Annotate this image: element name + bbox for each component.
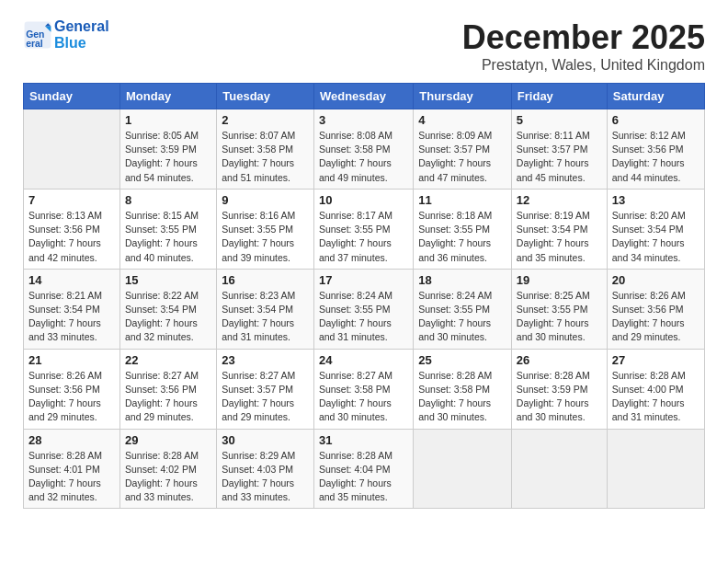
calendar-cell: 15Sunrise: 8:22 AM Sunset: 3:54 PM Dayli… bbox=[120, 269, 217, 349]
calendar-cell: 19Sunrise: 8:25 AM Sunset: 3:55 PM Dayli… bbox=[511, 269, 607, 349]
day-info: Sunrise: 8:11 AM Sunset: 3:57 PM Dayligh… bbox=[517, 129, 602, 185]
day-info: Sunrise: 8:24 AM Sunset: 3:55 PM Dayligh… bbox=[319, 289, 408, 345]
day-info: Sunrise: 8:28 AM Sunset: 4:04 PM Dayligh… bbox=[319, 449, 408, 505]
calendar-cell: 21Sunrise: 8:26 AM Sunset: 3:56 PM Dayli… bbox=[24, 349, 120, 429]
calendar-week-row: 1Sunrise: 8:05 AM Sunset: 3:59 PM Daylig… bbox=[24, 109, 705, 190]
day-info: Sunrise: 8:24 AM Sunset: 3:55 PM Dayligh… bbox=[418, 289, 506, 345]
calendar-week-row: 28Sunrise: 8:28 AM Sunset: 4:01 PM Dayli… bbox=[24, 429, 705, 509]
day-of-week-header: Saturday bbox=[607, 84, 704, 109]
day-info: Sunrise: 8:16 AM Sunset: 3:55 PM Dayligh… bbox=[222, 209, 309, 265]
calendar-cell bbox=[511, 429, 607, 509]
calendar-body: 1Sunrise: 8:05 AM Sunset: 3:59 PM Daylig… bbox=[24, 109, 705, 509]
logo-line2: Blue bbox=[54, 35, 109, 52]
calendar-cell: 2Sunrise: 8:07 AM Sunset: 3:58 PM Daylig… bbox=[217, 109, 314, 190]
calendar-cell bbox=[607, 429, 704, 509]
day-number: 6 bbox=[612, 113, 700, 127]
day-info: Sunrise: 8:13 AM Sunset: 3:56 PM Dayligh… bbox=[28, 209, 115, 265]
day-number: 29 bbox=[125, 433, 211, 447]
day-number: 15 bbox=[125, 273, 211, 287]
calendar-cell: 18Sunrise: 8:24 AM Sunset: 3:55 PM Dayli… bbox=[414, 269, 512, 349]
day-info: Sunrise: 8:21 AM Sunset: 3:54 PM Dayligh… bbox=[28, 289, 115, 345]
calendar-table: SundayMondayTuesdayWednesdayThursdayFrid… bbox=[23, 83, 705, 509]
logo: Gen eral General Blue bbox=[23, 18, 109, 51]
calendar-cell: 24Sunrise: 8:27 AM Sunset: 3:58 PM Dayli… bbox=[313, 349, 413, 429]
day-info: Sunrise: 8:26 AM Sunset: 3:56 PM Dayligh… bbox=[28, 369, 115, 425]
day-info: Sunrise: 8:22 AM Sunset: 3:54 PM Dayligh… bbox=[125, 289, 211, 345]
day-info: Sunrise: 8:09 AM Sunset: 3:57 PM Dayligh… bbox=[418, 129, 506, 185]
calendar-cell: 6Sunrise: 8:12 AM Sunset: 3:56 PM Daylig… bbox=[607, 109, 704, 190]
calendar-cell: 16Sunrise: 8:23 AM Sunset: 3:54 PM Dayli… bbox=[217, 269, 314, 349]
day-info: Sunrise: 8:18 AM Sunset: 3:55 PM Dayligh… bbox=[418, 209, 506, 265]
day-number: 3 bbox=[319, 113, 408, 127]
day-info: Sunrise: 8:28 AM Sunset: 3:59 PM Dayligh… bbox=[517, 369, 602, 425]
day-info: Sunrise: 8:25 AM Sunset: 3:55 PM Dayligh… bbox=[517, 289, 602, 345]
calendar-cell: 23Sunrise: 8:27 AM Sunset: 3:57 PM Dayli… bbox=[217, 349, 314, 429]
calendar-cell: 25Sunrise: 8:28 AM Sunset: 3:58 PM Dayli… bbox=[414, 349, 512, 429]
day-info: Sunrise: 8:27 AM Sunset: 3:58 PM Dayligh… bbox=[319, 369, 408, 425]
day-number: 30 bbox=[222, 433, 309, 447]
calendar-cell: 27Sunrise: 8:28 AM Sunset: 4:00 PM Dayli… bbox=[607, 349, 704, 429]
day-number: 22 bbox=[125, 353, 211, 367]
calendar-cell: 10Sunrise: 8:17 AM Sunset: 3:55 PM Dayli… bbox=[313, 189, 413, 269]
page-header: Gen eral General Blue December 2025 Pres… bbox=[23, 18, 705, 74]
day-number: 31 bbox=[319, 433, 408, 447]
calendar-cell: 12Sunrise: 8:19 AM Sunset: 3:54 PM Dayli… bbox=[511, 189, 607, 269]
day-of-week-header: Monday bbox=[120, 84, 217, 109]
calendar-cell: 14Sunrise: 8:21 AM Sunset: 3:54 PM Dayli… bbox=[24, 269, 120, 349]
day-number: 26 bbox=[517, 353, 602, 367]
calendar-cell: 30Sunrise: 8:29 AM Sunset: 4:03 PM Dayli… bbox=[217, 429, 314, 509]
day-number: 1 bbox=[125, 113, 211, 127]
calendar-cell: 20Sunrise: 8:26 AM Sunset: 3:56 PM Dayli… bbox=[607, 269, 704, 349]
day-number: 28 bbox=[28, 433, 115, 447]
calendar-cell: 28Sunrise: 8:28 AM Sunset: 4:01 PM Dayli… bbox=[24, 429, 120, 509]
day-info: Sunrise: 8:26 AM Sunset: 3:56 PM Dayligh… bbox=[612, 289, 700, 345]
day-number: 20 bbox=[612, 273, 700, 287]
day-info: Sunrise: 8:28 AM Sunset: 3:58 PM Dayligh… bbox=[418, 369, 506, 425]
calendar-cell: 1Sunrise: 8:05 AM Sunset: 3:59 PM Daylig… bbox=[120, 109, 217, 190]
calendar-cell: 13Sunrise: 8:20 AM Sunset: 3:54 PM Dayli… bbox=[607, 189, 704, 269]
calendar-cell: 9Sunrise: 8:16 AM Sunset: 3:55 PM Daylig… bbox=[217, 189, 314, 269]
day-info: Sunrise: 8:27 AM Sunset: 3:57 PM Dayligh… bbox=[222, 369, 309, 425]
day-info: Sunrise: 8:28 AM Sunset: 4:02 PM Dayligh… bbox=[125, 449, 211, 505]
day-number: 13 bbox=[612, 193, 700, 207]
day-number: 9 bbox=[222, 193, 309, 207]
day-number: 4 bbox=[418, 113, 506, 127]
calendar-week-row: 14Sunrise: 8:21 AM Sunset: 3:54 PM Dayli… bbox=[24, 269, 705, 349]
day-of-week-header: Tuesday bbox=[217, 84, 314, 109]
day-number: 7 bbox=[28, 193, 115, 207]
day-info: Sunrise: 8:19 AM Sunset: 3:54 PM Dayligh… bbox=[517, 209, 602, 265]
logo-icon: Gen eral bbox=[23, 20, 52, 50]
calendar-header-row: SundayMondayTuesdayWednesdayThursdayFrid… bbox=[24, 84, 705, 109]
day-info: Sunrise: 8:08 AM Sunset: 3:58 PM Dayligh… bbox=[319, 129, 408, 185]
day-info: Sunrise: 8:20 AM Sunset: 3:54 PM Dayligh… bbox=[612, 209, 700, 265]
day-info: Sunrise: 8:07 AM Sunset: 3:58 PM Dayligh… bbox=[222, 129, 309, 185]
day-info: Sunrise: 8:29 AM Sunset: 4:03 PM Dayligh… bbox=[222, 449, 309, 505]
day-number: 25 bbox=[418, 353, 506, 367]
day-info: Sunrise: 8:23 AM Sunset: 3:54 PM Dayligh… bbox=[222, 289, 309, 345]
calendar-cell bbox=[414, 429, 512, 509]
day-number: 27 bbox=[612, 353, 700, 367]
title-area: December 2025 Prestatyn, Wales, United K… bbox=[462, 18, 705, 74]
day-number: 5 bbox=[517, 113, 602, 127]
calendar-cell bbox=[24, 109, 120, 190]
calendar-cell: 8Sunrise: 8:15 AM Sunset: 3:55 PM Daylig… bbox=[120, 189, 217, 269]
day-number: 8 bbox=[125, 193, 211, 207]
day-number: 23 bbox=[222, 353, 309, 367]
day-number: 11 bbox=[418, 193, 506, 207]
day-of-week-header: Sunday bbox=[24, 84, 120, 109]
day-of-week-header: Wednesday bbox=[313, 84, 413, 109]
month-title: December 2025 bbox=[462, 18, 705, 57]
calendar-cell: 3Sunrise: 8:08 AM Sunset: 3:58 PM Daylig… bbox=[313, 109, 413, 190]
day-number: 17 bbox=[319, 273, 408, 287]
day-number: 2 bbox=[222, 113, 309, 127]
calendar-cell: 17Sunrise: 8:24 AM Sunset: 3:55 PM Dayli… bbox=[313, 269, 413, 349]
day-number: 12 bbox=[517, 193, 602, 207]
calendar-cell: 26Sunrise: 8:28 AM Sunset: 3:59 PM Dayli… bbox=[511, 349, 607, 429]
calendar-week-row: 21Sunrise: 8:26 AM Sunset: 3:56 PM Dayli… bbox=[24, 349, 705, 429]
calendar-cell: 11Sunrise: 8:18 AM Sunset: 3:55 PM Dayli… bbox=[414, 189, 512, 269]
calendar-cell: 7Sunrise: 8:13 AM Sunset: 3:56 PM Daylig… bbox=[24, 189, 120, 269]
location-title: Prestatyn, Wales, United Kingdom bbox=[462, 57, 705, 74]
day-number: 16 bbox=[222, 273, 309, 287]
day-info: Sunrise: 8:28 AM Sunset: 4:00 PM Dayligh… bbox=[612, 369, 700, 425]
logo-line1: General bbox=[54, 18, 109, 35]
